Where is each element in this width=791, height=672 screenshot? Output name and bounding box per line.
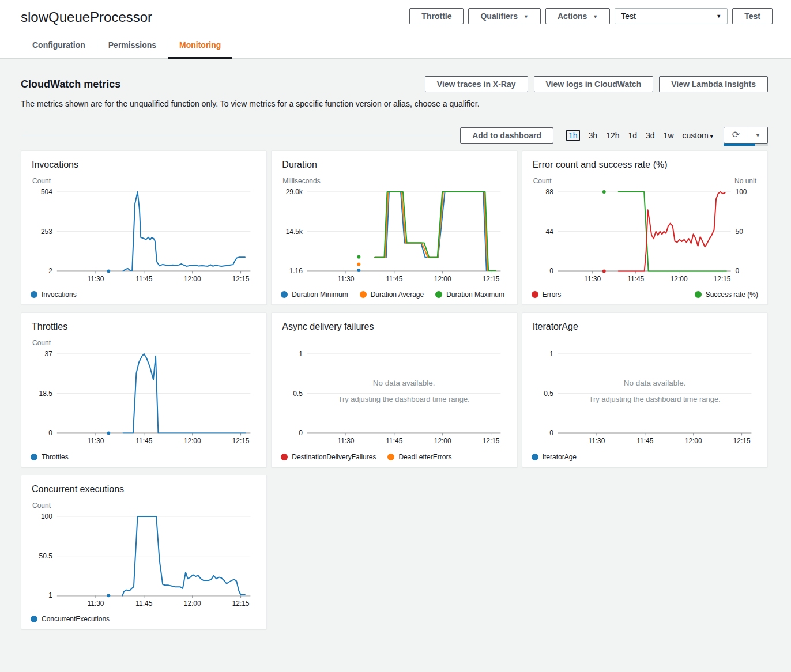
svg-text:11:45: 11:45 — [627, 275, 644, 283]
page-title: slowQueueProcessor — [21, 9, 152, 25]
legend-label: Throttles — [42, 453, 69, 461]
tab-configuration[interactable]: Configuration — [21, 40, 97, 58]
time-range-custom[interactable]: custom▾ — [683, 131, 713, 140]
legend-label: Invocations — [42, 290, 77, 299]
time-range-selector: 1h3h12h1d3d1wcustom▾ — [566, 130, 713, 141]
time-range-1h[interactable]: 1h — [566, 130, 580, 141]
actions-button[interactable]: Actions▼ — [545, 8, 610, 24]
section-title: CloudWatch metrics — [21, 78, 120, 90]
chart-unit-row: Milliseconds — [281, 177, 507, 185]
view-traces-xray-button[interactable]: View traces in X-Ray — [425, 76, 528, 92]
chevron-down-icon: ▼ — [755, 133, 760, 138]
legend-label: Duration Maximum — [446, 290, 504, 299]
svg-text:12:15: 12:15 — [713, 275, 730, 283]
svg-text:29.0k: 29.0k — [286, 188, 303, 196]
svg-text:1: 1 — [48, 591, 52, 599]
svg-text:18.5: 18.5 — [39, 390, 53, 398]
svg-text:No data available.: No data available. — [373, 379, 435, 387]
legend-item[interactable]: Throttles — [31, 453, 69, 461]
time-range-3h[interactable]: 3h — [589, 131, 598, 140]
add-to-dashboard-button[interactable]: Add to dashboard — [460, 127, 553, 144]
chart-legend: Duration MinimumDuration AverageDuration… — [281, 290, 507, 299]
chart-unit-row — [532, 339, 758, 347]
section-buttons: View traces in X-Ray View logs in CloudW… — [425, 76, 768, 92]
chart-title: Throttles — [32, 322, 257, 332]
svg-text:12:00: 12:00 — [184, 599, 201, 607]
svg-text:11:30: 11:30 — [338, 275, 355, 283]
view-lambda-insights-button[interactable]: View Lambda Insights — [659, 76, 768, 92]
time-range-12h[interactable]: 12h — [606, 131, 619, 140]
svg-text:Try adjusting the dashboard ti: Try adjusting the dashboard time range. — [338, 395, 470, 403]
chart-legend: IteratorAge — [532, 453, 758, 461]
legend-item[interactable]: Success rate (%) — [695, 290, 758, 299]
legend-item[interactable]: ConcurrentExecutions — [31, 615, 110, 623]
refresh-progress-bar — [724, 144, 768, 146]
y-axis-unit-right: No unit — [734, 177, 756, 185]
svg-text:12:00: 12:00 — [670, 275, 687, 283]
chart-canvas: 8844010050011:3011:4512:0012:15 — [532, 187, 758, 287]
legend-marker — [281, 291, 288, 298]
svg-text:2: 2 — [48, 267, 52, 275]
header-actions: Throttle Qualifiers▼ Actions▼ Test▼ Test — [409, 8, 773, 24]
chevron-down-icon: ▾ — [710, 133, 713, 139]
svg-text:50: 50 — [735, 228, 743, 236]
svg-text:50.5: 50.5 — [39, 552, 53, 560]
tab-permissions[interactable]: Permissions — [97, 40, 168, 58]
svg-text:44: 44 — [545, 228, 553, 236]
charts-grid: Invocations Count 504253211:3011:4512:00… — [21, 150, 768, 629]
legend-label: IteratorAge — [543, 453, 577, 461]
qualifiers-button[interactable]: Qualifiers▼ — [468, 8, 541, 24]
refresh-options-button[interactable]: ▼ — [748, 127, 768, 144]
legend-label: Duration Average — [371, 290, 424, 299]
legend-marker — [31, 454, 37, 460]
qualifiers-label: Qualifiers — [480, 12, 518, 21]
svg-text:11:30: 11:30 — [87, 275, 104, 283]
time-range-1d[interactable]: 1d — [628, 131, 637, 140]
refresh-button[interactable]: ⟳ — [724, 127, 748, 144]
view-logs-cloudwatch-button[interactable]: View logs in CloudWatch — [534, 76, 654, 92]
metrics-description: The metrics shown are for the unqualifie… — [21, 99, 768, 108]
tab-monitoring[interactable]: Monitoring — [168, 40, 232, 58]
svg-text:12:15: 12:15 — [232, 599, 250, 607]
legend-item[interactable]: IteratorAge — [532, 453, 577, 461]
svg-text:11:30: 11:30 — [584, 275, 601, 283]
function-header: slowQueueProcessor Throttle Qualifiers▼ … — [0, 0, 791, 59]
svg-text:0: 0 — [735, 267, 739, 275]
svg-text:253: 253 — [41, 228, 52, 236]
metric-chart-card: Error count and success rate (%) Count N… — [522, 150, 768, 305]
legend-item[interactable]: DeadLetterErrors — [387, 453, 451, 461]
chart-unit-row: Count No unit — [532, 177, 758, 185]
tab-bar: Configuration Permissions Monitoring — [18, 40, 773, 58]
svg-text:12:15: 12:15 — [232, 275, 250, 283]
y-axis-unit-left: Count — [32, 339, 51, 347]
chart-canvas: 504253211:3011:4512:0012:15 — [31, 187, 257, 287]
legend-item[interactable]: Invocations — [31, 290, 77, 299]
legend-item[interactable]: Duration Average — [360, 290, 424, 299]
metric-chart-card: Throttles Count 3718.5011:3011:4512:0012… — [21, 312, 267, 467]
chart-title: Invocations — [32, 160, 257, 170]
legend-marker — [435, 291, 442, 298]
chart-controls-row: Add to dashboard 1h3h12h1d3d1wcustom▾ ⟳ … — [21, 127, 768, 144]
test-event-select[interactable]: Test▼ — [615, 8, 728, 24]
legend-item[interactable]: Duration Minimum — [281, 290, 348, 299]
legend-marker — [31, 616, 37, 622]
svg-text:11:45: 11:45 — [135, 437, 152, 446]
svg-text:11:45: 11:45 — [135, 275, 152, 283]
svg-text:0: 0 — [48, 429, 52, 437]
chart-legend: DestinationDeliveryFailuresDeadLetterErr… — [281, 453, 507, 461]
legend-marker — [31, 291, 37, 298]
time-range-3d[interactable]: 3d — [646, 131, 655, 140]
legend-item[interactable]: Duration Maximum — [435, 290, 504, 299]
legend-item[interactable]: DestinationDeliveryFailures — [281, 453, 376, 461]
svg-text:1: 1 — [299, 350, 303, 358]
y-axis-unit-left: Milliseconds — [282, 177, 320, 185]
svg-text:11:30: 11:30 — [588, 437, 605, 446]
test-button[interactable]: Test — [732, 8, 773, 24]
legend-marker — [532, 454, 538, 460]
chart-legend: ErrorsSuccess rate (%) — [532, 290, 758, 299]
time-range-1w[interactable]: 1w — [664, 131, 674, 140]
actions-label: Actions — [558, 12, 587, 21]
throttle-button[interactable]: Throttle — [409, 8, 464, 24]
svg-text:12:00: 12:00 — [184, 275, 201, 283]
legend-item[interactable]: Errors — [532, 290, 562, 299]
